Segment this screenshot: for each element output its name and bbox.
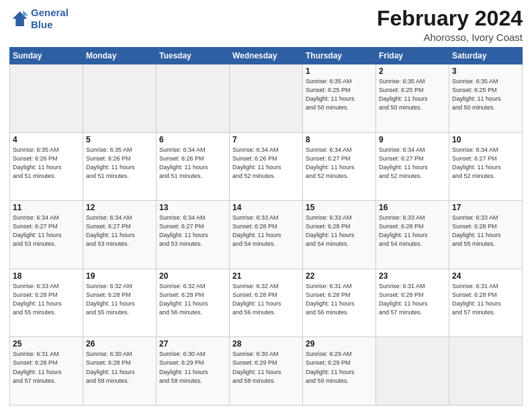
calendar-cell (230, 64, 303, 133)
calendar-cell (376, 337, 449, 406)
weekday-header-tuesday: Tuesday (157, 48, 230, 64)
day-number: 10 (452, 135, 519, 144)
day-number: 7 (232, 135, 300, 144)
day-info: Sunrise: 6:35 AMSunset: 6:26 PMDaylight:… (13, 146, 80, 181)
calendar-cell: 9Sunrise: 6:34 AMSunset: 6:27 PMDaylight… (376, 132, 449, 201)
calendar-cell: 5Sunrise: 6:35 AMSunset: 6:26 PMDaylight… (83, 132, 157, 201)
calendar-cell (10, 64, 83, 133)
logo: General Blue (9, 7, 69, 31)
day-number: 15 (306, 203, 373, 212)
weekday-header-thursday: Thursday (303, 48, 376, 64)
day-info: Sunrise: 6:33 AMSunset: 6:28 PMDaylight:… (13, 282, 80, 317)
day-info: Sunrise: 6:30 AMSunset: 6:29 PMDaylight:… (232, 350, 300, 385)
day-number: 27 (159, 339, 226, 349)
day-number: 9 (379, 135, 446, 144)
calendar-cell: 12Sunrise: 6:34 AMSunset: 6:27 PMDayligh… (83, 201, 157, 269)
calendar-cell: 1Sunrise: 6:35 AMSunset: 6:25 PMDaylight… (303, 64, 376, 133)
day-number: 11 (13, 203, 80, 212)
day-info: Sunrise: 6:33 AMSunset: 6:28 PMDaylight:… (306, 214, 373, 248)
day-info: Sunrise: 6:35 AMSunset: 6:25 PMDaylight:… (379, 77, 446, 112)
weekday-header-saturday: Saturday (449, 48, 523, 64)
day-number: 17 (452, 203, 519, 212)
svg-marker-1 (23, 11, 28, 16)
day-number: 14 (232, 203, 300, 212)
day-number: 16 (379, 203, 446, 212)
calendar-cell (157, 64, 230, 133)
day-number: 12 (86, 203, 153, 212)
calendar-cell (83, 64, 157, 133)
day-number: 20 (159, 271, 226, 281)
day-number: 6 (159, 135, 226, 144)
day-info: Sunrise: 6:34 AMSunset: 6:27 PMDaylight:… (159, 214, 226, 248)
calendar-cell: 19Sunrise: 6:32 AMSunset: 6:28 PMDayligh… (83, 269, 157, 337)
day-info: Sunrise: 6:32 AMSunset: 6:28 PMDaylight:… (159, 282, 226, 317)
day-number: 5 (86, 135, 153, 144)
day-info: Sunrise: 6:31 AMSunset: 6:28 PMDaylight:… (379, 282, 446, 317)
day-info: Sunrise: 6:34 AMSunset: 6:27 PMDaylight:… (13, 214, 80, 248)
calendar-cell: 29Sunrise: 6:29 AMSunset: 6:29 PMDayligh… (303, 337, 376, 406)
day-info: Sunrise: 6:32 AMSunset: 6:28 PMDaylight:… (232, 282, 300, 317)
calendar-week-2: 4Sunrise: 6:35 AMSunset: 6:26 PMDaylight… (10, 132, 523, 201)
calendar-cell: 2Sunrise: 6:35 AMSunset: 6:25 PMDaylight… (376, 64, 449, 133)
day-info: Sunrise: 6:31 AMSunset: 6:28 PMDaylight:… (306, 282, 373, 317)
day-number: 21 (232, 271, 300, 281)
day-info: Sunrise: 6:30 AMSunset: 6:29 PMDaylight:… (159, 350, 226, 385)
day-info: Sunrise: 6:34 AMSunset: 6:27 PMDaylight:… (306, 146, 373, 181)
header: General Blue February 2024 Ahorosso, Ivo… (9, 7, 523, 43)
logo-icon (9, 9, 28, 28)
title-block: February 2024 Ahorosso, Ivory Coast (377, 7, 523, 43)
day-info: Sunrise: 6:33 AMSunset: 6:28 PMDaylight:… (452, 214, 519, 248)
calendar-cell: 28Sunrise: 6:30 AMSunset: 6:29 PMDayligh… (230, 337, 303, 406)
day-info: Sunrise: 6:34 AMSunset: 6:27 PMDaylight:… (452, 146, 519, 181)
calendar-cell: 17Sunrise: 6:33 AMSunset: 6:28 PMDayligh… (449, 201, 523, 269)
calendar-cell (449, 337, 523, 406)
day-info: Sunrise: 6:31 AMSunset: 6:28 PMDaylight:… (452, 282, 519, 317)
calendar-cell: 27Sunrise: 6:30 AMSunset: 6:29 PMDayligh… (157, 337, 230, 406)
day-number: 2 (379, 66, 446, 76)
weekday-header-wednesday: Wednesday (230, 48, 303, 64)
day-number: 22 (306, 271, 373, 281)
main-title: February 2024 (377, 7, 523, 30)
calendar-cell: 10Sunrise: 6:34 AMSunset: 6:27 PMDayligh… (449, 132, 523, 201)
calendar-week-1: 1Sunrise: 6:35 AMSunset: 6:25 PMDaylight… (10, 64, 523, 133)
calendar-cell: 11Sunrise: 6:34 AMSunset: 6:27 PMDayligh… (10, 201, 83, 269)
weekday-header-monday: Monday (83, 48, 157, 64)
calendar-cell: 15Sunrise: 6:33 AMSunset: 6:28 PMDayligh… (303, 201, 376, 269)
calendar-cell: 25Sunrise: 6:31 AMSunset: 6:28 PMDayligh… (10, 337, 83, 406)
page: General Blue February 2024 Ahorosso, Ivo… (0, 0, 532, 411)
day-number: 1 (306, 66, 373, 76)
day-number: 4 (13, 135, 80, 144)
calendar-cell: 18Sunrise: 6:33 AMSunset: 6:28 PMDayligh… (10, 269, 83, 337)
calendar-table: SundayMondayTuesdayWednesdayThursdayFrid… (9, 47, 523, 406)
day-number: 18 (13, 271, 80, 281)
day-info: Sunrise: 6:34 AMSunset: 6:27 PMDaylight:… (379, 146, 446, 181)
calendar-cell: 23Sunrise: 6:31 AMSunset: 6:28 PMDayligh… (376, 269, 449, 337)
calendar-cell: 3Sunrise: 6:35 AMSunset: 6:25 PMDaylight… (449, 64, 523, 133)
day-info: Sunrise: 6:34 AMSunset: 6:26 PMDaylight:… (232, 146, 300, 181)
day-info: Sunrise: 6:34 AMSunset: 6:26 PMDaylight:… (159, 146, 226, 181)
day-info: Sunrise: 6:29 AMSunset: 6:29 PMDaylight:… (306, 350, 373, 385)
calendar-cell: 24Sunrise: 6:31 AMSunset: 6:28 PMDayligh… (449, 269, 523, 337)
calendar-week-4: 18Sunrise: 6:33 AMSunset: 6:28 PMDayligh… (10, 269, 523, 337)
calendar-cell: 13Sunrise: 6:34 AMSunset: 6:27 PMDayligh… (157, 201, 230, 269)
calendar-cell: 4Sunrise: 6:35 AMSunset: 6:26 PMDaylight… (10, 132, 83, 201)
day-info: Sunrise: 6:34 AMSunset: 6:27 PMDaylight:… (86, 214, 153, 248)
day-number: 24 (452, 271, 519, 281)
day-number: 8 (306, 135, 373, 144)
calendar-week-5: 25Sunrise: 6:31 AMSunset: 6:28 PMDayligh… (10, 337, 523, 406)
day-number: 25 (13, 339, 80, 349)
weekday-header-sunday: Sunday (10, 48, 83, 64)
calendar-cell: 7Sunrise: 6:34 AMSunset: 6:26 PMDaylight… (230, 132, 303, 201)
calendar-cell: 20Sunrise: 6:32 AMSunset: 6:28 PMDayligh… (157, 269, 230, 337)
day-info: Sunrise: 6:35 AMSunset: 6:25 PMDaylight:… (306, 77, 373, 112)
day-number: 13 (159, 203, 226, 212)
day-info: Sunrise: 6:32 AMSunset: 6:28 PMDaylight:… (86, 282, 153, 317)
weekday-header-friday: Friday (376, 48, 449, 64)
calendar-cell: 8Sunrise: 6:34 AMSunset: 6:27 PMDaylight… (303, 132, 376, 201)
calendar-week-3: 11Sunrise: 6:34 AMSunset: 6:27 PMDayligh… (10, 201, 523, 269)
day-info: Sunrise: 6:35 AMSunset: 6:26 PMDaylight:… (86, 146, 153, 181)
logo-text: General Blue (31, 7, 69, 31)
day-info: Sunrise: 6:31 AMSunset: 6:28 PMDaylight:… (13, 350, 80, 385)
day-number: 3 (452, 66, 519, 76)
subtitle: Ahorosso, Ivory Coast (377, 32, 523, 43)
